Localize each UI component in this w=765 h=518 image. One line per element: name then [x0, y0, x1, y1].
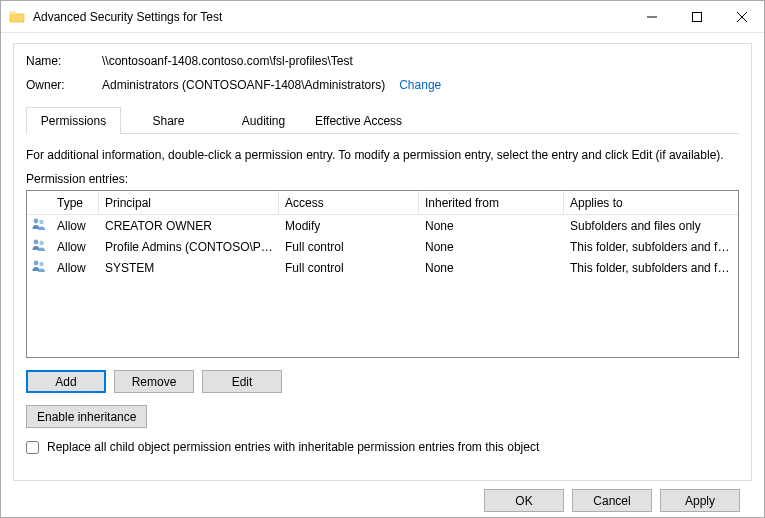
- col-type[interactable]: Type: [51, 191, 99, 214]
- cell-inherited: None: [419, 219, 564, 233]
- enable-inheritance-button[interactable]: Enable inheritance: [26, 405, 147, 428]
- replace-child-label: Replace all child object permission entr…: [47, 440, 539, 454]
- replace-child-checkbox[interactable]: [26, 441, 39, 454]
- close-button[interactable]: [719, 1, 764, 32]
- add-button[interactable]: Add: [26, 370, 106, 393]
- remove-button[interactable]: Remove: [114, 370, 194, 393]
- cell-access: Full control: [279, 240, 419, 254]
- window-title: Advanced Security Settings for Test: [33, 10, 222, 24]
- name-label: Name:: [26, 54, 102, 68]
- group-icon: [31, 242, 47, 256]
- table-row[interactable]: AllowProfile Admins (CONTOSO\Pr...Full c…: [27, 236, 738, 257]
- cell-principal: SYSTEM: [99, 261, 279, 275]
- entries-label: Permission entries:: [26, 172, 739, 186]
- svg-point-9: [39, 262, 43, 266]
- title-bar: Advanced Security Settings for Test: [1, 1, 764, 33]
- instructions-text: For additional information, double-click…: [26, 148, 739, 162]
- change-owner-link[interactable]: Change: [399, 78, 441, 92]
- maximize-button[interactable]: [674, 1, 719, 32]
- tab-share[interactable]: Share: [121, 107, 216, 134]
- table-row[interactable]: AllowCREATOR OWNERModifyNoneSubfolders a…: [27, 215, 738, 236]
- table-header: Type Principal Access Inherited from App…: [27, 191, 738, 215]
- col-inherited[interactable]: Inherited from: [419, 191, 564, 214]
- col-access[interactable]: Access: [279, 191, 419, 214]
- tab-permissions[interactable]: Permissions: [26, 107, 121, 134]
- cell-type: Allow: [51, 219, 99, 233]
- cell-access: Full control: [279, 261, 419, 275]
- apply-button[interactable]: Apply: [660, 489, 740, 512]
- owner-label: Owner:: [26, 78, 102, 92]
- svg-point-8: [34, 261, 39, 266]
- table-row[interactable]: AllowSYSTEMFull controlNoneThis folder, …: [27, 257, 738, 278]
- cell-applies: This folder, subfolders and files: [564, 261, 738, 275]
- col-applies[interactable]: Applies to: [564, 191, 738, 214]
- svg-point-7: [39, 241, 43, 245]
- ok-button[interactable]: OK: [484, 489, 564, 512]
- cell-type: Allow: [51, 240, 99, 254]
- cell-applies: Subfolders and files only: [564, 219, 738, 233]
- cell-inherited: None: [419, 240, 564, 254]
- cell-applies: This folder, subfolders and files: [564, 240, 738, 254]
- edit-button[interactable]: Edit: [202, 370, 282, 393]
- cell-principal: Profile Admins (CONTOSO\Pr...: [99, 240, 279, 254]
- cell-type: Allow: [51, 261, 99, 275]
- name-value: \\contosoanf-1408.contoso.com\fsl-profil…: [102, 54, 353, 68]
- minimize-button[interactable]: [629, 1, 674, 32]
- group-icon: [31, 221, 47, 235]
- group-icon: [31, 263, 47, 277]
- permissions-table[interactable]: Type Principal Access Inherited from App…: [26, 190, 739, 358]
- svg-point-4: [34, 219, 39, 224]
- svg-rect-1: [692, 12, 701, 21]
- svg-point-5: [39, 220, 43, 224]
- tab-bar: Permissions Share Auditing Effective Acc…: [26, 106, 739, 134]
- main-panel: Name: \\contosoanf-1408.contoso.com\fsl-…: [13, 43, 752, 481]
- cell-access: Modify: [279, 219, 419, 233]
- folder-icon: [9, 9, 25, 25]
- col-principal[interactable]: Principal: [99, 191, 279, 214]
- tab-auditing[interactable]: Auditing: [216, 107, 311, 134]
- cell-inherited: None: [419, 261, 564, 275]
- cell-principal: CREATOR OWNER: [99, 219, 279, 233]
- tab-effective-access[interactable]: Effective Access: [311, 107, 406, 134]
- svg-point-6: [34, 240, 39, 245]
- cancel-button[interactable]: Cancel: [572, 489, 652, 512]
- owner-value: Administrators (CONTOSOANF-1408\Administ…: [102, 78, 385, 92]
